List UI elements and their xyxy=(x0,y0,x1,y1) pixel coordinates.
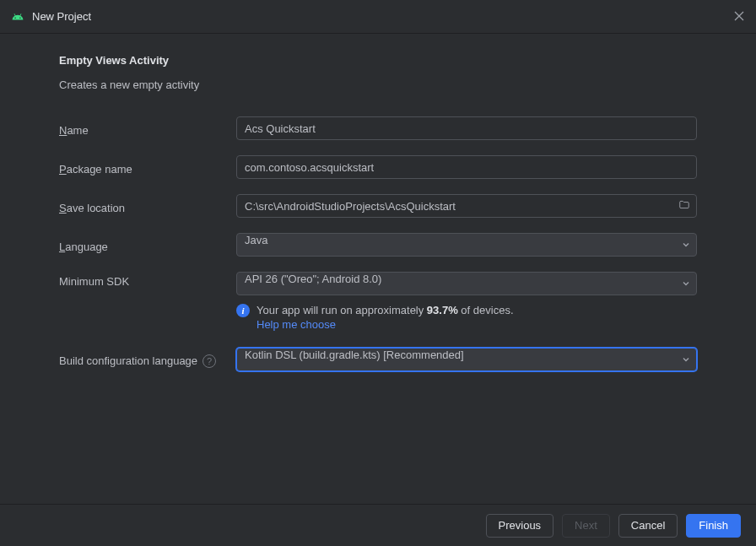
name-input[interactable] xyxy=(236,116,697,140)
build-config-language-select[interactable]: Kotlin DSL (build.gradle.kts) [Recommend… xyxy=(236,348,697,371)
row-name: Name xyxy=(59,116,697,140)
folder-browse-icon[interactable] xyxy=(678,199,690,214)
sdk-info-block: i Your app will run on approximately 93.… xyxy=(236,304,697,331)
info-icon: i xyxy=(236,304,250,317)
row-save-location: Save location xyxy=(59,194,697,218)
close-icon[interactable] xyxy=(734,10,744,24)
language-select[interactable]: Java xyxy=(236,233,697,257)
sdk-info-text: Your app will run on approximately 93.7%… xyxy=(256,304,514,316)
label-build-config: Build configuration language? xyxy=(59,351,236,369)
android-icon xyxy=(12,11,24,23)
row-build-config: Build configuration language? Kotlin DSL… xyxy=(59,348,697,371)
help-me-choose-link[interactable]: Help me choose xyxy=(256,318,336,331)
label-name: Name xyxy=(59,121,236,137)
row-min-sdk: Minimum SDK API 26 ("Oreo"; Android 8.0)… xyxy=(59,272,697,331)
row-language: Language Java xyxy=(59,233,697,257)
previous-button[interactable]: Previous xyxy=(486,514,554,538)
label-language: Language xyxy=(59,237,236,253)
titlebar: New Project xyxy=(0,0,756,34)
help-icon[interactable]: ? xyxy=(202,354,216,368)
package-name-input[interactable] xyxy=(236,155,697,179)
label-min-sdk: Minimum SDK xyxy=(59,272,236,288)
page-description: Creates a new empty activity xyxy=(59,78,697,91)
label-package: Package name xyxy=(59,159,236,176)
save-location-input[interactable] xyxy=(236,194,697,218)
label-save-location: Save location xyxy=(59,198,236,214)
next-button: Next xyxy=(562,514,610,538)
page-heading: Empty Views Activity xyxy=(59,54,697,67)
row-package: Package name xyxy=(59,155,697,179)
dialog-footer: Previous Next Cancel Finish xyxy=(0,504,756,546)
cancel-button[interactable]: Cancel xyxy=(618,514,678,538)
dialog-content: Empty Views Activity Creates a new empty… xyxy=(0,34,756,504)
window-title: New Project xyxy=(32,10,726,23)
minimum-sdk-select[interactable]: API 26 ("Oreo"; Android 8.0) xyxy=(236,272,697,295)
finish-button[interactable]: Finish xyxy=(686,514,741,538)
